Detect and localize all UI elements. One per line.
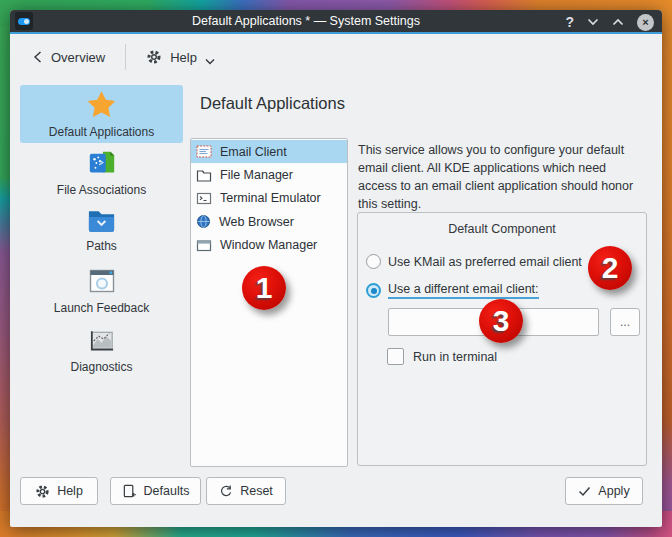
browse-button[interactable]: ... <box>610 308 640 336</box>
sidebar-item-label: Diagnostics <box>70 360 132 374</box>
list-item-file-manager[interactable]: File Manager <box>191 163 347 186</box>
file-associations-icon <box>87 148 117 178</box>
annotation-badge-3: 3 <box>479 299 523 343</box>
radio-different-label: Use a different email client: <box>388 282 539 299</box>
help-button-label: Help <box>57 484 83 498</box>
help-menu-label: Help <box>170 50 197 65</box>
kde-gear-icon <box>35 484 50 499</box>
titlebar-help-icon[interactable]: ? <box>565 14 574 30</box>
list-item-label: Email Client <box>220 145 287 159</box>
document-revert-icon <box>122 484 137 499</box>
list-item-label: Web Browser <box>219 215 294 229</box>
groupbox-title: Default Component <box>358 222 646 236</box>
apply-button[interactable]: Apply <box>565 477 643 505</box>
sidebar-item-label: Paths <box>86 239 117 253</box>
globe-icon <box>196 214 211 229</box>
maximize-icon[interactable] <box>612 18 624 26</box>
back-chevron-icon <box>32 50 43 64</box>
folder-paths-icon <box>86 206 117 234</box>
reset-button[interactable]: Reset <box>206 477 286 505</box>
sidebar-item-label: File Associations <box>57 183 146 197</box>
launch-feedback-icon <box>86 266 118 296</box>
defaults-button[interactable]: Defaults <box>110 477 201 505</box>
list-item-window-manager[interactable]: Window Manager <box>191 234 347 257</box>
close-icon[interactable]: × <box>637 14 654 31</box>
run-in-terminal-label: Run in terminal <box>413 350 497 364</box>
sidebar-item-label: Default Applications <box>49 125 154 139</box>
minimize-icon[interactable] <box>587 18 599 26</box>
run-in-terminal-checkbox[interactable] <box>387 348 404 365</box>
terminal-icon <box>196 191 212 206</box>
defaults-button-label: Defaults <box>144 484 190 498</box>
help-menu-button[interactable]: Help <box>138 43 223 71</box>
toolbar-separator <box>125 44 126 70</box>
window-icon <box>196 238 212 253</box>
kde-gear-icon <box>146 49 162 65</box>
reset-button-label: Reset <box>240 484 273 498</box>
sidebar-item-paths[interactable]: Paths <box>20 206 183 253</box>
run-in-terminal-row[interactable]: Run in terminal <box>387 348 497 365</box>
system-settings-window: Default Applications * — System Settings… <box>10 10 662 527</box>
list-item-web-browser[interactable]: Web Browser <box>191 210 347 233</box>
page-title: Default Applications <box>200 94 345 113</box>
window-title: Default Applications * — System Settings <box>70 14 542 28</box>
titlebar[interactable]: Default Applications * — System Settings… <box>10 10 662 34</box>
list-item-label: File Manager <box>220 168 293 182</box>
annotation-badge-1: 1 <box>242 266 286 310</box>
list-item-email-client[interactable]: Email Client <box>191 140 347 163</box>
desktop: Default Applications * — System Settings… <box>0 0 672 537</box>
sidebar-item-default-applications[interactable]: Default Applications <box>20 85 183 143</box>
radio-row-different-client[interactable]: Use a different email client: <box>366 282 539 299</box>
diagnostics-chart-icon <box>86 327 117 355</box>
list-item-label: Window Manager <box>220 238 317 252</box>
help-button[interactable]: Help <box>20 477 98 505</box>
radio-kmail-unchecked[interactable] <box>366 254 381 269</box>
checkmark-icon <box>578 486 591 497</box>
sidebar-item-file-associations[interactable]: File Associations <box>20 148 183 197</box>
radio-different-checked[interactable] <box>366 283 381 298</box>
sidebar-item-launch-feedback[interactable]: Launch Feedback <box>20 266 183 315</box>
overview-label: Overview <box>51 50 105 65</box>
list-item-terminal-emulator[interactable]: Terminal Emulator <box>191 187 347 210</box>
radio-kmail-label: Use KMail as preferred email client <box>388 255 582 269</box>
toolbar: Overview Help <box>10 36 662 78</box>
annotation-badge-2: 2 <box>588 246 632 290</box>
undo-arrow-icon <box>219 484 233 498</box>
sidebar-item-diagnostics[interactable]: Diagnostics <box>20 327 183 374</box>
service-description: This service allows you to configure you… <box>358 141 650 213</box>
star-icon <box>86 90 117 120</box>
system-settings-app-icon <box>15 12 33 30</box>
apply-button-label: Apply <box>598 484 629 498</box>
help-menu-chevron-down-icon <box>205 58 215 65</box>
email-stamp-icon <box>196 144 212 159</box>
radio-row-kmail[interactable]: Use KMail as preferred email client <box>366 254 582 269</box>
list-item-label: Terminal Emulator <box>220 191 321 205</box>
folder-outline-icon <box>196 168 212 183</box>
sidebar-item-label: Launch Feedback <box>54 301 149 315</box>
overview-back-button[interactable]: Overview <box>24 44 113 71</box>
